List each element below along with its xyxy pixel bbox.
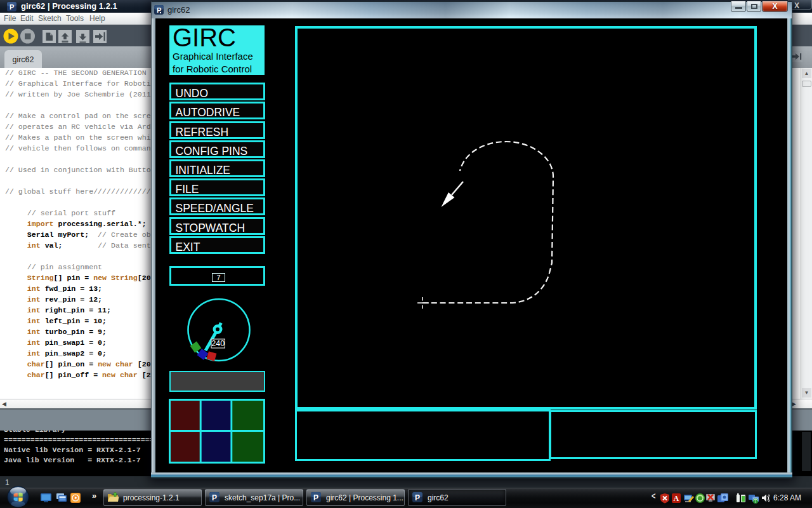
svg-text:240: 240 <box>211 339 225 348</box>
svg-text:A: A <box>674 494 679 503</box>
svg-text:P: P <box>313 493 318 502</box>
svg-text:P: P <box>415 493 420 502</box>
svg-text:P: P <box>10 3 14 11</box>
svg-text:P: P <box>212 493 217 502</box>
